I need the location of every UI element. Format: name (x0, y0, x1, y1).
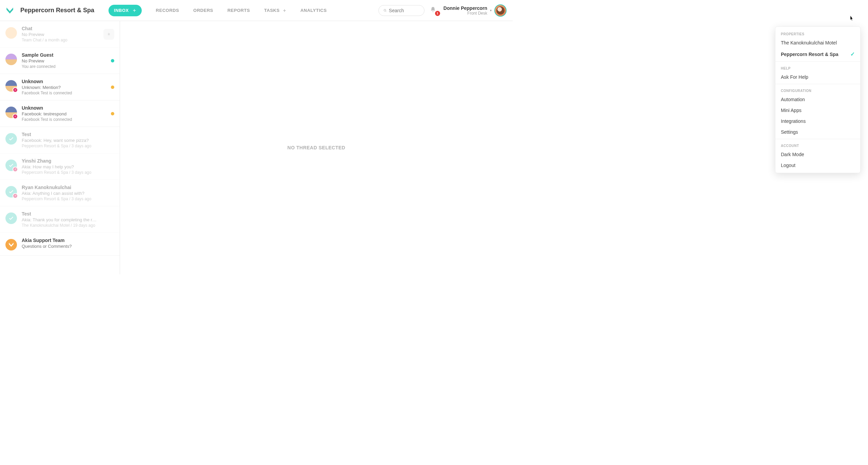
thread-meta: Peppercorn Resort & Spa / 3 days ago (22, 170, 110, 175)
svg-line-1 (386, 11, 386, 12)
plus-icon[interactable]: + (133, 8, 136, 13)
channel-badge-icon (13, 167, 18, 172)
thread-item[interactable]: Sample GuestNo PreviewYou are connected (0, 48, 120, 74)
bell-icon (430, 6, 436, 13)
dd-section-configuration: CONFIGURATION (775, 86, 860, 94)
search-box[interactable] (378, 5, 425, 16)
thread-name: Yinshi Zhang (22, 158, 110, 164)
thread-item[interactable]: TestAkia: Thank you for completing the r… (0, 206, 120, 233)
thread-name: Unknown (22, 105, 106, 111)
thread-avatar (5, 80, 17, 92)
main-area: NO THREAD SELECTED (120, 21, 513, 274)
thread-preview: No Preview (22, 32, 99, 37)
thread-meta: Facebook Test is connected (22, 91, 106, 95)
dd-property-item[interactable]: The Kanoknukulchai Motel (775, 37, 860, 48)
user-menu-button[interactable]: Donnie Peppercorn Front Desk ▾ (443, 4, 507, 17)
thread-preview: Facebook: Hey, want some pizza? (22, 138, 110, 143)
thread-text: TestFacebook: Hey, want some pizza?Peppe… (22, 132, 110, 148)
nav-reports[interactable]: REPORTS (228, 8, 250, 13)
thread-name: Test (22, 132, 110, 137)
thread-name: Unknown (22, 79, 106, 84)
nav-tasks[interactable]: TASKS + (264, 7, 286, 13)
thread-name: Chat (22, 26, 99, 31)
topbar-right: 1 Donnie Peppercorn Front Desk ▾ (378, 4, 507, 17)
dd-config-item[interactable]: Automation (775, 94, 860, 105)
thread-meta: Team Chat / a month ago (22, 38, 99, 42)
thread-avatar (5, 133, 17, 145)
user-text: Donnie Peppercorn Front Desk (443, 5, 487, 16)
thread-name: Test (22, 211, 110, 217)
thread-preview: No Preview (22, 58, 106, 63)
thread-name: Ryan Kanoknukulchai (22, 185, 110, 190)
dd-config-item[interactable]: Integrations (775, 116, 860, 127)
user-role: Front Desk (443, 11, 487, 16)
thread-avatar (5, 212, 17, 224)
nav-orders[interactable]: ORDERS (193, 8, 213, 13)
topbar: Peppercorn Resort & Spa INBOX + RECORDS … (0, 0, 513, 21)
dd-item-label: Automation (781, 97, 805, 102)
thread-list[interactable]: ChatNo PreviewTeam Chat / a month agoSam… (0, 21, 120, 274)
dd-item-label: Integrations (781, 118, 806, 124)
dd-config-item[interactable]: Mini Apps (775, 105, 860, 116)
svg-point-6 (15, 169, 16, 170)
thread-avatar (5, 27, 17, 39)
status-dot (111, 86, 114, 89)
thread-item[interactable]: ChatNo PreviewTeam Chat / a month ago (0, 21, 120, 48)
dd-section-properties: PROPERTIES (775, 29, 860, 37)
thread-meta: You are connected (22, 64, 106, 69)
dd-property-item[interactable]: Peppercorn Resort & Spa✓ (775, 48, 860, 60)
dd-item-label: Mini Apps (781, 108, 802, 113)
thread-right (103, 26, 114, 42)
check-icon: ✓ (850, 51, 855, 57)
channel-badge-icon (13, 193, 18, 199)
dd-item-label: Ask For Help (781, 74, 808, 80)
dd-help-item[interactable]: Ask For Help (775, 72, 860, 82)
app-logo-icon[interactable] (5, 6, 14, 15)
thread-text: Sample GuestNo PreviewYou are connected (22, 52, 106, 69)
thread-item[interactable]: Ryan KanoknukulchaiAkia: Anything I can … (0, 180, 120, 206)
thread-right (111, 52, 114, 69)
thread-meta: Facebook Test is connected (22, 117, 106, 122)
dd-item-label: Settings (781, 129, 798, 135)
nav-analytics[interactable]: ANALYTICS (300, 8, 327, 13)
thread-item[interactable]: UnknownFacebook: testrespondFacebook Tes… (0, 100, 120, 127)
svg-point-7 (16, 169, 16, 169)
nav-tasks-label: TASKS (264, 8, 280, 13)
user-name: Donnie Peppercorn (443, 5, 487, 11)
notifications-button[interactable]: 1 (430, 6, 438, 15)
pin-icon[interactable] (103, 29, 114, 40)
thread-item[interactable]: TestFacebook: Hey, want some pizza?Peppe… (0, 127, 120, 153)
plus-icon[interactable]: + (283, 7, 286, 13)
status-dot (111, 59, 114, 62)
user-dropdown: PROPERTIES The Kanoknukulchai MotelPeppe… (775, 26, 861, 173)
nav-inbox[interactable]: INBOX + (108, 5, 142, 16)
thread-preview: Akia: How may I help you? (22, 164, 110, 169)
thread-meta: Peppercorn Resort & Spa / 3 days ago (22, 144, 110, 148)
thread-item[interactable]: UnknownUnknown: Mention?Facebook Test is… (0, 74, 120, 100)
thread-item[interactable]: Akia Support TeamQuestions or Comments? (0, 233, 120, 256)
thread-avatar (5, 239, 17, 250)
channel-badge-icon (13, 87, 18, 93)
thread-right (111, 105, 114, 122)
thread-preview: Akia: Thank you for completing the r… (22, 217, 110, 222)
search-input[interactable] (389, 8, 419, 13)
dd-section-account: ACCOUNT (775, 141, 860, 149)
thread-item[interactable]: Yinshi ZhangAkia: How may I help you?Pep… (0, 153, 120, 180)
svg-point-0 (384, 9, 386, 11)
dd-item-label: The Kanoknukulchai Motel (781, 40, 837, 45)
dd-config-item[interactable]: Settings (775, 127, 860, 137)
cursor-pointer-icon (848, 15, 855, 23)
dd-section-help: HELP (775, 63, 860, 72)
dd-item-label: Logout (781, 163, 795, 168)
thread-text: UnknownUnknown: Mention?Facebook Test is… (22, 79, 106, 95)
thread-text: TestAkia: Thank you for completing the r… (22, 211, 110, 228)
thread-name: Sample Guest (22, 52, 106, 58)
svg-point-2 (15, 90, 16, 91)
divider (775, 139, 860, 139)
nav-records[interactable]: RECORDS (156, 8, 179, 13)
thread-preview: Unknown: Mention? (22, 85, 106, 90)
nav-inbox-label: INBOX (114, 8, 129, 13)
dd-account-item[interactable]: Dark Mode (775, 149, 860, 160)
dd-account-item[interactable]: Logout (775, 160, 860, 171)
divider (775, 84, 860, 84)
